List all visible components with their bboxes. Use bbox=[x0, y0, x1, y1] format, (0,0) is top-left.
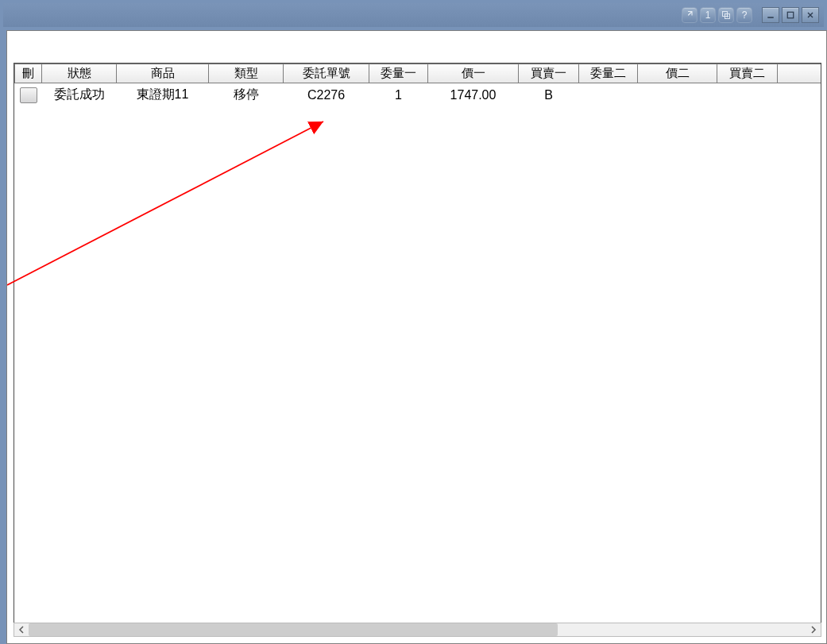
minimize-button[interactable] bbox=[762, 7, 779, 23]
maximize-button[interactable] bbox=[782, 7, 799, 23]
add-pane-button[interactable] bbox=[718, 7, 734, 23]
cell-bs1: B bbox=[519, 83, 579, 107]
orders-table: 刪 狀態 商品 類型 委託單號 委量一 價一 買賣一 委量二 價二 買賣二 bbox=[14, 64, 821, 106]
scroll-left-button[interactable] bbox=[14, 623, 29, 636]
col-type[interactable]: 類型 bbox=[209, 64, 284, 83]
cell-type: 移停 bbox=[209, 83, 284, 107]
one-button[interactable]: 1 bbox=[700, 7, 716, 23]
cell-price1: 1747.00 bbox=[428, 83, 519, 107]
cell-order-no: C2276 bbox=[284, 83, 369, 107]
col-status[interactable]: 狀態 bbox=[42, 64, 117, 83]
cell-qty1: 1 bbox=[369, 83, 428, 107]
col-product[interactable]: 商品 bbox=[117, 64, 209, 83]
col-qty1[interactable]: 委量一 bbox=[369, 64, 428, 83]
titlebar-button-group: 1 ? bbox=[682, 7, 819, 23]
col-bs1[interactable]: 買賣一 bbox=[519, 64, 579, 83]
cell-del bbox=[15, 83, 42, 107]
col-qty2[interactable]: 委量二 bbox=[579, 64, 638, 83]
col-order-no[interactable]: 委託單號 bbox=[284, 64, 369, 83]
export-button[interactable] bbox=[682, 7, 698, 23]
col-price1[interactable]: 價一 bbox=[428, 64, 519, 83]
delete-row-button[interactable] bbox=[20, 87, 37, 103]
help-button[interactable]: ? bbox=[736, 7, 752, 23]
cell-status: 委託成功 bbox=[42, 83, 117, 107]
scroll-thumb[interactable] bbox=[29, 623, 558, 636]
table-wrap: 刪 狀態 商品 類型 委託單號 委量一 價一 買賣一 委量二 價二 買賣二 bbox=[14, 64, 821, 623]
grid-panel: 刪 狀態 商品 類型 委託單號 委量一 價一 買賣一 委量二 價二 買賣二 bbox=[14, 63, 821, 624]
table-header-row: 刪 狀態 商品 類型 委託單號 委量一 價一 買賣一 委量二 價二 買賣二 bbox=[15, 64, 821, 83]
horizontal-scrollbar[interactable] bbox=[14, 623, 821, 637]
scroll-right-button[interactable] bbox=[806, 623, 821, 636]
col-extra[interactable] bbox=[778, 64, 821, 83]
window-frame: 1 ? bbox=[0, 0, 827, 644]
table-row[interactable]: 委託成功 東證期11 移停 C2276 1 1747.00 B bbox=[15, 83, 821, 107]
cell-product: 東證期11 bbox=[117, 83, 209, 107]
col-bs2[interactable]: 買賣二 bbox=[717, 64, 778, 83]
cell-bs2 bbox=[717, 83, 778, 107]
col-price2[interactable]: 價二 bbox=[638, 64, 717, 83]
client-area: 刪 狀態 商品 類型 委託單號 委量一 價一 買賣一 委量二 價二 買賣二 bbox=[6, 30, 827, 644]
title-bar: 1 ? bbox=[3, 3, 824, 27]
close-button[interactable] bbox=[802, 7, 819, 23]
cell-extra bbox=[778, 83, 821, 107]
cell-price2 bbox=[638, 83, 717, 107]
col-del[interactable]: 刪 bbox=[15, 64, 42, 83]
scroll-track[interactable] bbox=[29, 623, 806, 636]
cell-qty2 bbox=[579, 83, 638, 107]
svg-rect-3 bbox=[787, 12, 794, 18]
